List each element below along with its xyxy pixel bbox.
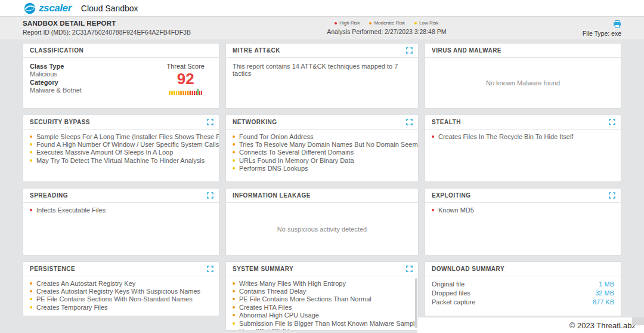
- finding-text: URLs Found In Memory Or Binary Data: [239, 157, 354, 164]
- finding-text: Found Tor Onion Address: [239, 133, 314, 140]
- printer-icon[interactable]: [613, 20, 621, 28]
- finding-item: Writes Many Files With High Entropy: [233, 279, 411, 287]
- finding-text: Connects To Several Different Domains: [239, 149, 354, 156]
- risk-dot-icon: [432, 135, 434, 138]
- expand-icon[interactable]: [609, 192, 615, 199]
- risk-dot-icon: [30, 159, 32, 162]
- threat-score-gauge: [169, 89, 202, 95]
- expand-icon[interactable]: [406, 47, 413, 54]
- expand-icon[interactable]: [207, 119, 213, 125]
- download-link[interactable]: 1 MB: [599, 280, 614, 288]
- legend-item: Moderate Risk: [369, 20, 405, 26]
- risk-dot-icon: [233, 282, 235, 285]
- finding-text: Infects Executable Files: [36, 206, 106, 214]
- finding-item: Submission File Is Bigger Than Most Know…: [233, 319, 411, 327]
- expand-icon[interactable]: [609, 119, 615, 125]
- card-header: PERSISTENCE: [23, 262, 219, 276]
- card-title: DOWNLOAD SUMMARY: [432, 266, 504, 272]
- finding-list: Creates Files In The Recycle Bin To Hide…: [425, 130, 621, 140]
- report-content: CLASSIFICATION Class Type Malicious Cate…: [0, 39, 644, 333]
- card-header: SECURITY BYPASS: [23, 115, 219, 130]
- expand-icon[interactable]: [207, 266, 213, 272]
- risk-dot-icon: [233, 159, 235, 162]
- expand-icon[interactable]: [406, 266, 413, 272]
- risk-dot-icon: [414, 22, 417, 24]
- file-type: File Type: exe: [583, 30, 621, 37]
- finding-item: URLs Found In Memory Or Binary Data: [233, 156, 411, 164]
- report-header-center: High Risk Moderate Risk Low Risk Analysi…: [327, 20, 446, 39]
- download-label: Dropped files: [432, 289, 470, 297]
- card-header: DOWNLOAD SUMMARY: [425, 262, 621, 276]
- legend-item: High Risk: [335, 20, 360, 26]
- download-link[interactable]: 32 MB: [595, 289, 614, 297]
- card-grid: CLASSIFICATION Class Type Malicious Cate…: [23, 43, 621, 331]
- download-row: Original file 1 MB: [432, 279, 614, 288]
- finding-item: Creates Autostart Registry Keys With Sus…: [30, 287, 212, 295]
- finding-item: Uses 32bit PE Files: [233, 327, 411, 331]
- report-header: SANDBOX DETAIL REPORT Report ID (MD5): 2…: [0, 17, 644, 39]
- download-label: Original file: [432, 280, 465, 288]
- legend-label: Moderate Risk: [374, 20, 405, 26]
- finding-list: Known MD5: [425, 203, 621, 214]
- finding-list: Infects Executable Files: [23, 203, 219, 214]
- finding-text: Found A High Number Of Window / User Spe…: [36, 141, 219, 148]
- finding-list: Writes Many Files With High Entropy Cont…: [226, 276, 418, 331]
- risk-dot-icon: [30, 135, 32, 138]
- risk-dot-icon: [233, 322, 235, 325]
- finding-text: Creates Autostart Registry Keys With Sus…: [36, 288, 200, 295]
- risk-dot-icon: [233, 290, 235, 292]
- field-label: Category: [30, 79, 82, 87]
- finding-text: Submission File Is Bigger Than Most Know…: [239, 320, 419, 327]
- card-header: NETWORKING: [226, 115, 418, 130]
- card-header: VIRUS AND MALWARE: [425, 44, 621, 58]
- classification-field: Class Type Malicious: [30, 63, 82, 79]
- finding-item: Found Tor Onion Address: [233, 132, 411, 140]
- risk-dot-icon: [233, 314, 235, 316]
- card-title: MITRE ATT&CK: [233, 47, 280, 54]
- report-header-left: SANDBOX DETAIL REPORT Report ID (MD5): 2…: [23, 20, 191, 39]
- finding-item: Infects Executable Files: [30, 206, 212, 214]
- finding-item: Performs DNS Lookups: [233, 165, 411, 172]
- classification-field: Category Malware & Botnet: [30, 79, 82, 95]
- card-title: STEALTH: [432, 119, 461, 125]
- risk-dot-icon: [233, 298, 235, 300]
- finding-item: Sample Sleeps For A Long Time (Installer…: [30, 132, 212, 140]
- card-system-summary: SYSTEM SUMMARY Writes Many Files With Hi…: [225, 261, 419, 331]
- risk-dot-icon: [233, 330, 235, 331]
- classification-body: Class Type Malicious Category Malware & …: [23, 58, 219, 95]
- card-title: PERSISTENCE: [30, 266, 75, 272]
- threat-score-block: Threat Score 92: [166, 63, 205, 95]
- expand-icon[interactable]: [207, 192, 213, 199]
- risk-dot-icon: [30, 151, 32, 153]
- legend-label: Low Risk: [419, 20, 438, 26]
- finding-item: May Try To Detect The Virtual Machine To…: [30, 156, 212, 164]
- finding-text: Abnormal High CPU Usage: [239, 312, 319, 319]
- finding-item: Creates An Autostart Registry Key: [30, 279, 212, 287]
- app-title: Cloud Sandbox: [81, 4, 138, 13]
- finding-item: Found A High Number Of Window / User Spe…: [30, 140, 212, 148]
- finding-item: Known MD5: [432, 206, 614, 214]
- legend-item: Low Risk: [414, 20, 438, 26]
- risk-dot-icon: [30, 282, 32, 285]
- legend-label: High Risk: [339, 20, 360, 26]
- card-header: EXPLOITING: [425, 189, 621, 203]
- finding-text: Creates Files In The Recycle Bin To Hide…: [438, 133, 573, 140]
- finding-item: Contains Thread Delay: [233, 287, 411, 295]
- finding-item: Abnormal High CPU Usage: [233, 312, 411, 319]
- expand-icon[interactable]: [406, 119, 413, 125]
- finding-text: Performs DNS Lookups: [239, 165, 308, 172]
- empty-state-text: No suspicious activity detected: [226, 203, 418, 255]
- card-persistence: PERSISTENCE Creates An Autostart Registr…: [23, 261, 219, 316]
- card-title: NETWORKING: [233, 119, 277, 125]
- field-label: Class Type: [30, 63, 82, 70]
- card-title: SYSTEM SUMMARY: [233, 266, 293, 272]
- card-networking: NETWORKING Found Tor Onion Address Tries…: [225, 115, 419, 182]
- field-value: Malicious: [30, 70, 82, 78]
- download-link[interactable]: 877 KB: [593, 298, 614, 306]
- scroll-corner: [632, 317, 644, 325]
- card-title: INFORMATION LEAKAGE: [233, 192, 311, 199]
- card-download-summary: DOWNLOAD SUMMARY Original file 1 MB Drop…: [425, 261, 621, 316]
- risk-dot-icon: [233, 167, 235, 169]
- footer: © 2023 ThreatLabz: [417, 317, 644, 333]
- finding-item: Tries To Resolve Many Domain Names But N…: [233, 140, 411, 148]
